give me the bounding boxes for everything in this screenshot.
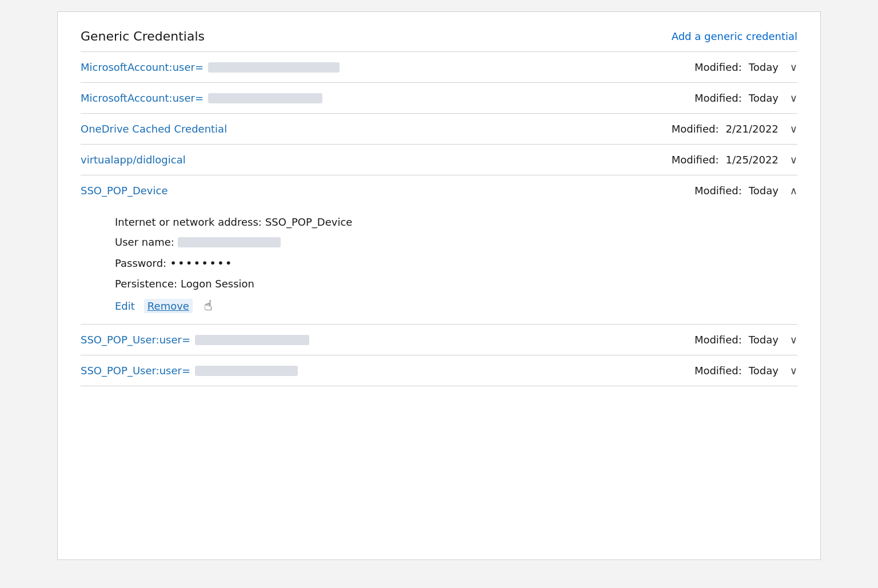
add-generic-credential-link[interactable]: Add a generic credential bbox=[672, 30, 797, 42]
credential-name-blurred-1 bbox=[208, 62, 340, 73]
credential-name-6: SSO_POP_User:user= bbox=[81, 334, 309, 346]
detail-internet-row: Internet or network address: SSO_POP_Dev… bbox=[115, 216, 797, 228]
detail-persistence-row: Persistence: Logon Session bbox=[115, 278, 797, 290]
credentials-panel: Generic Credentials Add a generic creden… bbox=[57, 11, 821, 560]
credential-row-4[interactable]: virtualapp/didlogicalModified:1/25/2022∨ bbox=[81, 145, 797, 175]
credential-row-5[interactable]: SSO_POP_DeviceModified:Today∧ bbox=[81, 175, 797, 206]
detail-username-row: User name: bbox=[115, 236, 797, 248]
credential-meta-1: Modified:Today∨ bbox=[695, 61, 797, 73]
credential-row-2[interactable]: MicrosoftAccount:user=Modified:Today∨ bbox=[81, 83, 797, 114]
credential-meta-6: Modified:Today∨ bbox=[695, 334, 797, 346]
modified-value-7: Today bbox=[749, 365, 779, 377]
credential-row-1[interactable]: MicrosoftAccount:user=Modified:Today∨ bbox=[81, 52, 797, 83]
credential-meta-7: Modified:Today∨ bbox=[695, 365, 797, 377]
persistence-label: Persistence: bbox=[115, 278, 177, 290]
modified-label-5: Modified: bbox=[695, 185, 742, 197]
chevron-icon-5[interactable]: ∧ bbox=[790, 185, 797, 197]
credential-name-2: MicrosoftAccount:user= bbox=[81, 92, 322, 104]
internet-label: Internet or network address: bbox=[115, 216, 262, 228]
modified-value-4: 1/25/2022 bbox=[726, 154, 779, 166]
chevron-icon-4[interactable]: ∨ bbox=[790, 154, 797, 166]
edit-link[interactable]: Edit bbox=[115, 300, 135, 312]
credential-meta-4: Modified:1/25/2022∨ bbox=[672, 154, 797, 166]
credential-actions: EditRemove☝ bbox=[115, 298, 797, 314]
modified-value-3: 2/21/2022 bbox=[726, 123, 779, 135]
persistence-value: Logon Session bbox=[181, 278, 254, 290]
credential-name-5: SSO_POP_Device bbox=[81, 185, 167, 197]
detail-password-row: Password: •••••••• bbox=[115, 256, 797, 270]
modified-value-6: Today bbox=[749, 334, 779, 346]
modified-value-1: Today bbox=[749, 61, 779, 73]
credential-name-3: OneDrive Cached Credential bbox=[81, 123, 227, 135]
credential-row-3[interactable]: OneDrive Cached CredentialModified:2/21/… bbox=[81, 114, 797, 145]
password-value: •••••••• bbox=[170, 256, 233, 270]
chevron-icon-2[interactable]: ∨ bbox=[790, 92, 797, 104]
credential-name-text-1: MicrosoftAccount:user= bbox=[81, 61, 203, 73]
modified-label-6: Modified: bbox=[695, 334, 742, 346]
credential-name-blurred-7 bbox=[195, 366, 298, 376]
credential-name-text-7: SSO_POP_User:user= bbox=[81, 365, 190, 377]
username-value-blurred bbox=[178, 237, 281, 247]
username-label: User name: bbox=[115, 236, 174, 248]
credential-row-6[interactable]: SSO_POP_User:user=Modified:Today∨ bbox=[81, 325, 797, 355]
credential-name-text-4: virtualapp/didlogical bbox=[81, 154, 186, 166]
credential-name-blurred-2 bbox=[208, 93, 322, 103]
internet-value: SSO_POP_Device bbox=[265, 216, 352, 228]
modified-label-1: Modified: bbox=[695, 61, 742, 73]
credential-name-4: virtualapp/didlogical bbox=[81, 154, 186, 166]
credential-meta-5: Modified:Today∧ bbox=[695, 185, 797, 197]
modified-label-7: Modified: bbox=[695, 365, 742, 377]
section-header: Generic Credentials Add a generic creden… bbox=[81, 29, 797, 52]
modified-value-5: Today bbox=[749, 185, 779, 197]
credential-name-text-5: SSO_POP_Device bbox=[81, 185, 167, 197]
credential-name-text-2: MicrosoftAccount:user= bbox=[81, 92, 203, 104]
modified-value-2: Today bbox=[749, 92, 779, 104]
password-label: Password: bbox=[115, 257, 166, 269]
modified-label-3: Modified: bbox=[672, 123, 719, 135]
credentials-list: MicrosoftAccount:user=Modified:Today∨Mic… bbox=[81, 52, 797, 386]
modified-label-2: Modified: bbox=[695, 92, 742, 104]
credential-meta-3: Modified:2/21/2022∨ bbox=[672, 123, 797, 135]
credential-row-7[interactable]: SSO_POP_User:user=Modified:Today∨ bbox=[81, 355, 797, 386]
modified-label-4: Modified: bbox=[672, 154, 719, 166]
chevron-icon-1[interactable]: ∨ bbox=[790, 61, 797, 73]
credential-name-blurred-6 bbox=[195, 335, 309, 345]
credential-name-text-6: SSO_POP_User:user= bbox=[81, 334, 190, 346]
remove-link[interactable]: Remove bbox=[144, 299, 193, 313]
credential-name-text-3: OneDrive Cached Credential bbox=[81, 123, 227, 135]
chevron-icon-7[interactable]: ∨ bbox=[790, 365, 797, 377]
chevron-icon-3[interactable]: ∨ bbox=[790, 123, 797, 135]
section-title: Generic Credentials bbox=[81, 29, 205, 43]
mouse-cursor: ☝ bbox=[204, 298, 213, 314]
credential-name-1: MicrosoftAccount:user= bbox=[81, 61, 340, 73]
credential-details-5: Internet or network address: SSO_POP_Dev… bbox=[81, 206, 797, 325]
credential-meta-2: Modified:Today∨ bbox=[695, 92, 797, 104]
credential-name-7: SSO_POP_User:user= bbox=[81, 365, 298, 377]
chevron-icon-6[interactable]: ∨ bbox=[790, 334, 797, 346]
